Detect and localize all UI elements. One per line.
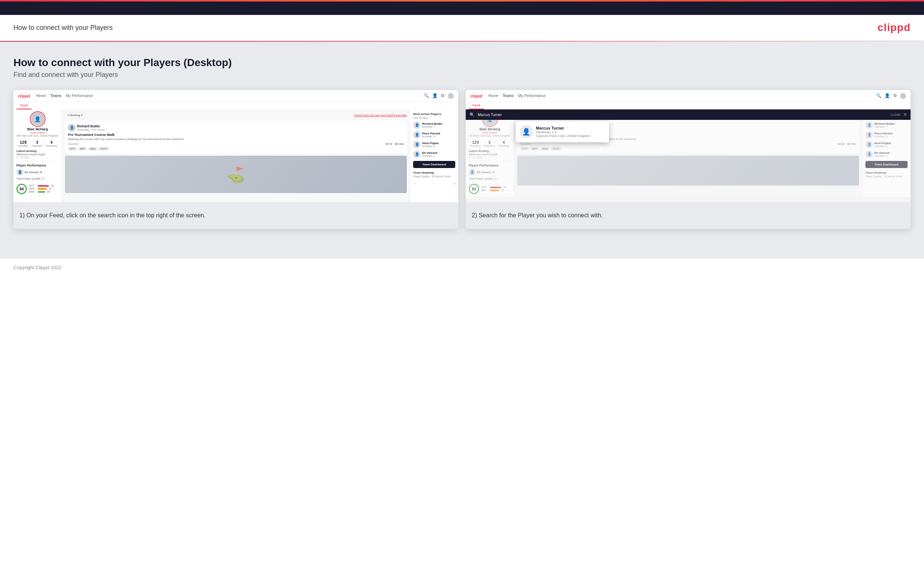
profile-name: Blair McHarg — [16, 127, 58, 131]
logo: clippd — [878, 22, 911, 34]
nav-my-performance-2[interactable]: My Performance — [518, 94, 545, 98]
profile-section: 👤 Blair McHarg Golf Coach Mill Ride Golf… — [16, 112, 58, 137]
app-content-row: 👤 Blair McHarg Golf Coach Mill Ride Golf… — [13, 109, 458, 202]
ap-avatar-1: 👤 — [413, 121, 421, 129]
feed-tab-bar-2: Feed — [466, 102, 911, 109]
step2-description: 2) Search for the Player you wish to con… — [466, 202, 911, 229]
search-magnify-icon: 🔍 — [469, 112, 475, 117]
nav-home-2[interactable]: Home — [488, 94, 498, 98]
ap-name-3: Hiral Pujara — [422, 141, 439, 145]
result-name: Marcus Turner — [536, 126, 591, 130]
search-input-value[interactable]: Marcus Turner — [478, 113, 887, 117]
app-sidebar-2: 👤 Blair McHarg Golf Coach Mill Ride Golf… — [466, 109, 514, 197]
golf-image-2 — [517, 156, 859, 185]
settings-icon[interactable]: ⚙ — [441, 93, 445, 99]
result-meta1: Handicap: 1-5 — [536, 130, 591, 134]
active-player-4: 👤 Eli Vincent Activities: 1 — [413, 151, 455, 158]
screenshot-panel-2: clippd Home Teams My Performance 🔍 👤 ⚙ — [466, 90, 911, 229]
profile-role-2: Golf Coach — [469, 131, 511, 135]
screenshot-panel-1: clippd Home Teams My Performance 🔍 👤 ⚙ — [13, 90, 458, 229]
profile-name-2: Blair McHarg — [469, 127, 511, 131]
app-bar-row: APP 70 — [29, 187, 54, 190]
tag-ott: OTT — [68, 147, 77, 151]
player-avatar-sm: 👤 — [16, 169, 23, 175]
feed-tab-2[interactable]: Feed — [469, 102, 484, 109]
stat-bars: OTT 79 APP 70 — [29, 185, 54, 193]
section-title: How to connect with your Players (Deskto… — [13, 57, 911, 69]
ott-bar-fill — [38, 185, 49, 187]
active-player-1: 👤 Richard Butler Activities: 7 — [413, 121, 455, 129]
team-heatmap-title: Team Heatmap — [413, 171, 455, 174]
latest-activity-2: Latest Activity Afternoon round of golf … — [469, 149, 511, 159]
app-logo-small-2: clippd — [470, 94, 482, 98]
activities-stat: 129 Activities — [18, 140, 28, 147]
nav-teams[interactable]: Teams — [50, 94, 61, 98]
avatar-icon — [448, 93, 454, 99]
nav-teams-2[interactable]: Teams — [503, 94, 513, 98]
copyright-text: Copyright Clippd 2022 — [13, 265, 61, 270]
app-nav-icons-2: 🔍 👤 ⚙ — [876, 93, 906, 99]
ap-avatar-2: 👤 — [413, 131, 421, 138]
nav-my-performance[interactable]: My Performance — [66, 94, 93, 98]
golf-silhouette-icon: ⛳ — [227, 166, 245, 183]
app-logo-small: clippd — [18, 94, 30, 98]
control-link[interactable]: Control who can see your activity and da… — [354, 114, 407, 117]
settings-icon-2[interactable]: ⚙ — [893, 93, 897, 99]
profile-role: Golf Coach — [16, 131, 58, 135]
following-button[interactable]: Following ▾ — [65, 112, 85, 118]
followers-num: 3 — [32, 140, 43, 144]
team-heatmap-subtitle: Player Quality · 20 Round Trend — [413, 175, 455, 178]
latest-activity: Latest Activity Afternoon round of golf … — [16, 149, 58, 159]
stats-row-2: 129 Activities 3 Followers 4 — [469, 140, 511, 147]
search-icon[interactable]: 🔍 — [424, 93, 429, 99]
app-screenshot-2: clippd Home Teams My Performance 🔍 👤 ⚙ — [466, 90, 911, 202]
close-search-button[interactable]: × — [903, 111, 907, 118]
most-active-title: Most Active Players — [413, 112, 455, 116]
screenshots-row: clippd Home Teams My Performance 🔍 👤 ⚙ — [13, 90, 911, 229]
app-nav-icons: 🔍 👤 ⚙ — [424, 93, 454, 99]
ott-bar-row: OTT 79 — [29, 185, 54, 187]
arg-bar-row: ARG 64 — [29, 190, 54, 193]
profile-club: Mill Ride Golf Club, United Kingdom — [16, 135, 58, 137]
tpq-label: Total Player Quality ⓘ — [16, 177, 58, 181]
search-result-dropdown[interactable]: 👤 Marcus Turner Handicap: 1-5 Cypress Po… — [516, 121, 609, 142]
ap-info-3: Hiral Pujara Activities: 3 — [422, 141, 439, 148]
user-name: Richard Butler — [77, 124, 105, 128]
app-bar-fill — [38, 188, 47, 190]
heatmap-bar — [413, 179, 455, 182]
top-bar — [0, 2, 924, 15]
feed-tab[interactable]: Feed — [16, 102, 32, 109]
ap-info-4: Eli Vincent Activities: 1 — [422, 151, 437, 157]
nav-home[interactable]: Home — [36, 94, 46, 98]
player-select[interactable]: 👤 Eli Vincent ▾ — [16, 169, 58, 175]
user-icon-2[interactable]: 👤 — [884, 93, 890, 99]
profile-club-2: Mill Ride Golf Club, United Kingdom — [469, 135, 511, 137]
score-area: 84 OTT 79 APP — [16, 182, 58, 194]
step1-text: 1) On your Feed, click on the search ico… — [19, 212, 206, 218]
duration-bar: Duration 02 hr : 00 min — [68, 142, 404, 146]
user-icon[interactable]: 👤 — [432, 93, 438, 99]
activity-date: 27 Jul 2022 — [16, 156, 58, 159]
ap-activities-3: Activities: 3 — [422, 145, 439, 148]
result-meta2: Cypress Point Club, United Kingdom — [536, 134, 591, 138]
ap-avatar-3: 👤 — [413, 141, 421, 148]
following-stat: 4 Following — [46, 140, 57, 147]
feed-tab-bar: Feed — [13, 102, 458, 109]
period-label: Last 30 days — [413, 117, 455, 119]
active-player-3: 👤 Hiral Pujara Activities: 3 — [413, 141, 455, 148]
ap-activities-2: Activities: 4 — [422, 135, 440, 138]
activity-user: 👤 Richard Butler Yesterday · The Grove — [68, 124, 404, 132]
page-header: How to connect with your Players clippd — [0, 15, 924, 41]
app-feed: Following ▾ Control who can see your act… — [62, 109, 410, 202]
search-icon-2[interactable]: 🔍 — [876, 93, 882, 99]
page-title: How to connect with your Players — [13, 24, 113, 32]
tag-app: APP — [78, 147, 87, 151]
result-avatar: 👤 — [519, 125, 533, 138]
result-info: Marcus Turner Handicap: 1-5 Cypress Poin… — [536, 126, 591, 138]
golf-image: ⛳ — [65, 156, 407, 193]
ap-info-2: Piers Parnell Activities: 4 — [422, 132, 440, 138]
step1-description: 1) On your Feed, click on the search ico… — [13, 202, 458, 229]
following-bar: Following ▾ Control who can see your act… — [65, 112, 407, 118]
clear-button[interactable]: CLEAR — [890, 113, 900, 117]
team-dashboard-btn[interactable]: Team Dashboard — [413, 161, 455, 168]
